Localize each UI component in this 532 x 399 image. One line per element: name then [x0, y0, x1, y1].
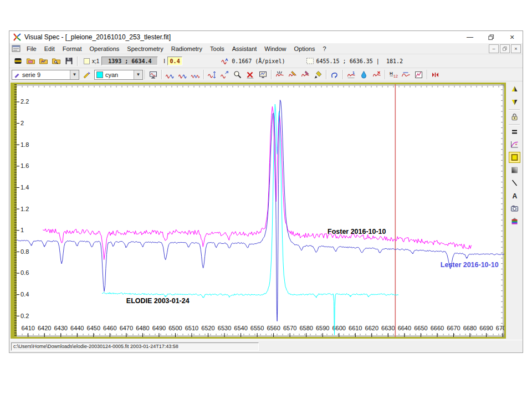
divide-profile-button[interactable] — [286, 69, 299, 80]
crop-profile-button[interactable] — [273, 69, 286, 80]
menu-options[interactable]: Options — [290, 44, 319, 53]
x-tick-label: 6690 — [479, 325, 493, 331]
menu-file[interactable]: File — [23, 44, 40, 53]
lock-icon — [510, 112, 519, 121]
x-tick-label: 6680 — [463, 325, 477, 331]
palette-button[interactable] — [509, 216, 520, 227]
display-reference-button[interactable] — [257, 69, 269, 80]
scroll-down-button[interactable] — [509, 96, 520, 108]
app-logo-icon — [13, 33, 22, 41]
color-select[interactable]: cyan ▼ — [94, 70, 143, 80]
equalize-button[interactable] — [509, 126, 520, 137]
menu-tools[interactable]: Tools — [206, 44, 228, 53]
lock-button[interactable] — [509, 111, 520, 122]
x-tick-label: 6520 — [201, 325, 214, 331]
animate-button[interactable] — [429, 69, 442, 80]
delete-profile-button[interactable] — [370, 69, 383, 80]
x-tick-label: 6700 — [496, 325, 504, 331]
open-image-button[interactable] — [24, 55, 37, 66]
erase-button[interactable] — [244, 69, 257, 80]
profile-database-button[interactable] — [12, 55, 24, 66]
desktop: { "window": { "app_name": "Visual Spec",… — [0, 0, 532, 399]
copy-profile-button[interactable] — [328, 69, 341, 80]
annotation-foster-2016-10-10: Foster 2016-10-10 — [328, 228, 386, 236]
x-tick-label: 6470 — [120, 325, 133, 331]
line-tool-button[interactable] — [509, 177, 520, 188]
mdi-restore-button[interactable] — [500, 44, 510, 53]
menu-help[interactable]: ? — [319, 44, 330, 53]
status-file-info: c:\Users\Home\Downloads\elodie-20030124-… — [11, 342, 259, 351]
zoom-button[interactable] — [231, 69, 244, 80]
menu-format[interactable]: Format — [59, 44, 86, 53]
chart-box-icon — [414, 70, 423, 79]
overlay-all-profiles-button[interactable] — [189, 69, 202, 80]
export-chart-button[interactable] — [412, 69, 425, 80]
document-icon — [12, 45, 21, 52]
spectra-table-button[interactable] — [147, 69, 160, 80]
scroll-up-button[interactable] — [509, 84, 520, 95]
gradient-button[interactable] — [509, 165, 520, 176]
text-tool-button[interactable]: A — [509, 190, 520, 201]
x-tick-label: 6570 — [283, 325, 296, 331]
menu-operations[interactable]: Operations — [86, 44, 124, 53]
apply-color-button[interactable] — [80, 69, 93, 80]
monitor2-icon — [258, 70, 268, 79]
close-button[interactable]: × — [502, 31, 523, 43]
mdi-close-button[interactable]: × — [511, 44, 521, 53]
plot-area: 6410642064306440645064606470648064906500… — [9, 81, 523, 340]
mdi-minimize-button[interactable]: – — [489, 44, 499, 53]
snapshot-button[interactable] — [509, 203, 520, 214]
menu-assistant[interactable]: Assistant — [228, 44, 261, 53]
x-tick-label: 6610 — [349, 325, 362, 331]
spectrum-chart[interactable]: 6410642064306440645064606470648064906500… — [17, 84, 504, 337]
water-vapor-button[interactable] — [357, 69, 370, 80]
profile-toolbar: serie 9 ▼ cyan ▼ 1H12 — [9, 68, 523, 81]
visual-spec-window: Visual Spec - [_pleione_20161010_253_tle… — [9, 30, 523, 353]
separator — [203, 70, 204, 79]
separator — [385, 70, 385, 79]
menu-spectrometry[interactable]: Spectrometry — [123, 44, 167, 53]
menu-radiometry[interactable]: Radiometry — [167, 44, 206, 53]
menu-edit[interactable]: Edit — [40, 44, 59, 53]
frame-button[interactable] — [509, 152, 520, 163]
menu-window[interactable]: Window — [260, 44, 290, 53]
x-tick-label: 6580 — [299, 325, 313, 331]
heliocentric-button[interactable]: H12 — [387, 69, 400, 80]
colorize-profile-button[interactable] — [311, 69, 324, 80]
x-tick-label: 6420 — [38, 325, 51, 331]
overlay-two-profiles-button[interactable] — [163, 69, 176, 80]
y-tick-label: 0.8 — [21, 248, 29, 255]
autoscale-button[interactable] — [206, 69, 218, 80]
coord-mode-checkbox[interactable] — [84, 58, 90, 64]
axis-ruler-ticks — [17, 84, 504, 337]
search-file-button[interactable] — [50, 55, 63, 66]
restore-button[interactable] — [480, 31, 502, 43]
claw-wave-icon — [275, 70, 284, 79]
wave-x-icon — [372, 70, 381, 79]
chevron-down-icon[interactable]: ▼ — [70, 70, 79, 79]
series-select[interactable]: serie 9 ▼ — [12, 70, 79, 80]
chevron-down-icon[interactable]: ▼ — [134, 70, 142, 79]
y-tick-label: 0.2 — [21, 313, 29, 319]
y-tick-label: 1.6 — [21, 162, 29, 169]
save-button[interactable] — [63, 55, 75, 66]
play-icon — [431, 70, 440, 79]
x-tick-label: 6590 — [316, 325, 329, 331]
x-tick-label: 6660 — [431, 325, 444, 331]
normalize-button[interactable]: 1 — [345, 69, 357, 80]
tri-down-icon — [510, 98, 519, 106]
series-select-value: serie 9 — [22, 71, 40, 78]
x-tick-label: 6510 — [185, 325, 198, 331]
open-profile-button[interactable] — [37, 55, 50, 66]
svg-text:12: 12 — [393, 74, 398, 78]
minimize-button[interactable]: — — [459, 31, 480, 43]
log-scale-button[interactable]: e — [509, 139, 520, 150]
y-tick-label: 1.4 — [21, 184, 29, 191]
letter-a-icon: A — [510, 191, 519, 200]
smooth-profile-button[interactable] — [400, 69, 412, 80]
overlay-profiles-button[interactable] — [176, 69, 189, 80]
intensity-label: I — [163, 58, 165, 64]
rescale-button[interactable] — [218, 69, 231, 80]
menu-items: FileEditFormatOperationsSpectrometryRadi… — [23, 44, 330, 53]
edit-profile-button[interactable] — [299, 69, 311, 80]
